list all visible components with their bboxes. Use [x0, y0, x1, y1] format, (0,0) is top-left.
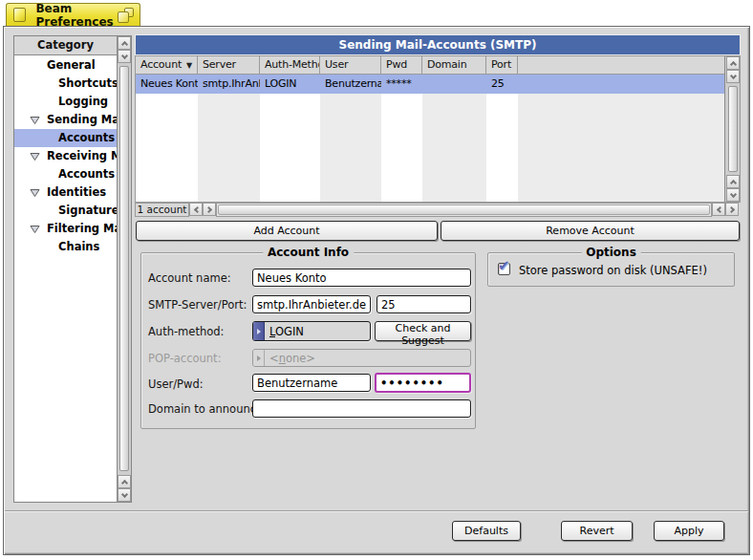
scroll-up-button[interactable] [726, 175, 740, 188]
check-icon: ✔ [498, 257, 510, 274]
sidebar-item-filtering-mail[interactable]: Filtering Mail [14, 220, 117, 238]
sidebar-item-signatures[interactable]: Signatures [14, 202, 117, 220]
apply-button[interactable]: Apply [654, 521, 724, 541]
chevron-down-icon [729, 72, 736, 78]
accounts-table: Account▼ Server Auth-Method User Pwd Dom… [135, 55, 741, 203]
check-and-suggest-button[interactable]: Check and Suggest [375, 321, 471, 341]
menu-handle-icon [253, 350, 265, 366]
chevron-up-icon [120, 479, 127, 485]
domain-announce-label: Domain to announce: [148, 402, 267, 416]
scrollbar-track [216, 203, 712, 217]
smtp-port-input[interactable] [376, 295, 471, 313]
column-header-port[interactable]: Port [486, 56, 518, 75]
account-info-group: Account Info Account name: SMTP-Server/P… [140, 252, 476, 429]
column-header-user[interactable]: User [320, 56, 381, 75]
chevron-down-icon [729, 190, 736, 197]
expander-triangle-icon[interactable] [30, 188, 40, 198]
scroll-left-button[interactable] [189, 203, 203, 216]
scroll-left-button[interactable] [712, 203, 725, 216]
scroll-down-button[interactable] [726, 70, 740, 83]
cell-account: Neues Konto [136, 75, 198, 94]
column-header-pwd[interactable]: Pwd [381, 56, 422, 75]
account-count-status: 1 account [135, 203, 189, 217]
category-list: Category General Shortcuts Logging Sendi… [13, 35, 132, 503]
expander-triangle-icon[interactable] [30, 116, 40, 125]
options-legend: Options [581, 246, 641, 259]
scroll-up-button[interactable] [726, 56, 740, 70]
scroll-down-button[interactable] [118, 488, 131, 502]
column-header-account[interactable]: Account▼ [136, 56, 198, 75]
column-header-auth-method[interactable]: Auth-Method [260, 56, 320, 75]
remove-account-button[interactable]: Remove Account [441, 221, 740, 241]
column-header-domain[interactable]: Domain [422, 56, 486, 75]
expander-triangle-icon[interactable] [30, 152, 40, 162]
scrollbar-thumb[interactable] [728, 86, 738, 172]
chevron-up-icon [120, 40, 127, 47]
cell-port: 25 [486, 75, 518, 94]
table-vertical-scrollbar [724, 56, 740, 202]
scroll-up-button[interactable] [118, 36, 131, 50]
chevron-right-icon [727, 205, 734, 212]
scroll-down-button[interactable] [118, 50, 131, 63]
account-name-label: Account name: [148, 271, 231, 285]
column-header-server[interactable]: Server [198, 56, 260, 75]
desktop: Beam Preferences Category General Shortc… [0, 0, 753, 560]
chevron-down-icon [120, 52, 127, 58]
cell-pwd: ***** [381, 75, 422, 94]
sidebar-item-sending-accounts[interactable]: Accounts [14, 129, 117, 147]
chevron-up-icon [729, 60, 736, 67]
add-account-button[interactable]: Add Account [136, 221, 438, 241]
store-password-label: Store password on disk (UNSAFE!) [519, 264, 707, 277]
pane-title: Sending Mail-Accounts (SMTP) [136, 35, 740, 54]
defaults-button[interactable]: Defaults [452, 521, 521, 541]
auth-method-label: Auth-method: [148, 325, 224, 338]
scroll-right-button[interactable] [725, 203, 739, 216]
chevron-up-icon [729, 179, 736, 185]
window-title-tab[interactable]: Beam Preferences [6, 3, 140, 26]
user-pwd-label: User/Pwd: [148, 377, 204, 391]
close-icon[interactable] [13, 8, 26, 22]
sort-descending-icon: ▼ [186, 61, 192, 70]
sidebar-item-identities[interactable]: Identities [14, 183, 117, 202]
scrollbar-thumb[interactable] [119, 66, 129, 471]
category-list-header: Category [14, 36, 117, 55]
table-row-selected[interactable]: Neues Konto smtp.IhrAnbieter. LOGIN Benu… [136, 75, 724, 94]
sidebar-item-logging[interactable]: Logging [14, 93, 117, 111]
account-info-legend: Account Info [263, 246, 354, 259]
cell-domain [422, 75, 486, 94]
scroll-right-button[interactable] [203, 203, 216, 216]
smtp-server-input[interactable] [252, 295, 371, 313]
smtp-server-port-label: SMTP-Server/Port: [148, 298, 247, 312]
chevron-left-icon [193, 205, 200, 212]
sidebar-item-shortcuts[interactable]: Shortcuts [14, 75, 117, 93]
auth-method-menufield[interactable]: LOGIN [252, 321, 371, 341]
chevron-down-icon [120, 490, 127, 497]
sidebar-item-receiving-mail[interactable]: Receiving Mail [14, 147, 117, 165]
table-horizontal-scrollbar: 1 account [135, 203, 741, 218]
cell-user: Benutzername [320, 75, 381, 94]
sidebar-scrollbar [117, 36, 131, 502]
cell-auth-method: LOGIN [260, 75, 320, 94]
scroll-down-button[interactable] [726, 188, 740, 202]
account-name-input[interactable] [252, 269, 471, 287]
zoom-square-big [118, 11, 129, 23]
scroll-up-button[interactable] [118, 475, 131, 488]
domain-announce-input[interactable] [252, 399, 471, 418]
options-group: Options ✔ Store password on disk (UNSAFE… [487, 252, 735, 287]
pop-account-label: POP-account: [148, 352, 222, 365]
footer-separator [5, 510, 748, 512]
scrollbar-thumb[interactable] [218, 205, 710, 215]
triangle-right-icon [257, 329, 261, 334]
sidebar-item-chains[interactable]: Chains [14, 238, 117, 256]
zoom-icon[interactable] [118, 8, 134, 23]
store-password-checkbox[interactable]: ✔ [498, 263, 510, 275]
expander-triangle-icon[interactable] [30, 225, 40, 234]
revert-button[interactable]: Revert [561, 521, 633, 541]
cell-server: smtp.IhrAnbieter. [198, 75, 260, 94]
sidebar-item-receiving-accounts[interactable]: Accounts [14, 165, 117, 183]
column-header-blank[interactable] [518, 56, 724, 75]
user-input[interactable] [252, 374, 371, 392]
sidebar-item-general[interactable]: General [14, 56, 117, 75]
password-input[interactable] [375, 373, 471, 393]
sidebar-item-sending-mail[interactable]: Sending Mail [14, 111, 117, 129]
